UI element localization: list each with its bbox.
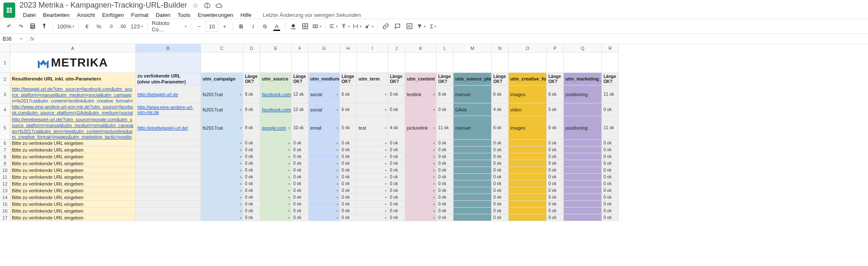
cell-A3[interactable]: http://beispiel-url.de?utm_source=facebo… — [10, 86, 136, 103]
cell-E15[interactable] — [260, 201, 292, 208]
cell-P11[interactable]: 0 ok — [547, 174, 564, 180]
cell-H4[interactable]: 6 ok — [340, 103, 357, 116]
cell-M11[interactable] — [453, 174, 492, 180]
zoom-select[interactable]: 100% — [56, 21, 76, 32]
cell-D10[interactable]: 0 ok — [243, 167, 260, 174]
cell-R8[interactable]: 0 ok — [602, 153, 619, 160]
cell-A9[interactable]: Bitte zu verlinkende URL eingeben — [10, 160, 136, 167]
cell-H11[interactable]: 0 ok — [340, 174, 357, 180]
cell-O11[interactable] — [509, 174, 547, 180]
print-button[interactable] — [27, 21, 38, 32]
cell[interactable] — [547, 53, 564, 73]
row-header[interactable]: 2 — [0, 73, 10, 86]
cell-C7[interactable] — [201, 147, 243, 153]
col-header[interactable]: B — [136, 44, 201, 53]
cell-M4[interactable]: GAds — [453, 103, 492, 116]
col-header[interactable]: M — [453, 44, 492, 53]
menu-erweiterungen[interactable]: Erweiterungen — [194, 11, 236, 19]
cell-E11[interactable] — [260, 174, 292, 180]
cell-F5[interactable]: 10 ok — [292, 116, 309, 140]
row-header[interactable]: 10 — [0, 167, 10, 174]
move-icon[interactable] — [203, 2, 211, 9]
cell-R9[interactable]: 0 ok — [602, 160, 619, 167]
cell-P9[interactable]: 0 ok — [547, 160, 564, 167]
cell-J13[interactable]: 0 ok — [388, 187, 405, 194]
col-header[interactable]: Q — [564, 44, 602, 53]
cell-H15[interactable]: 0 ok — [340, 201, 357, 208]
cell-D16[interactable]: 0 ok — [243, 208, 260, 214]
cell-O17[interactable] — [509, 214, 547, 221]
cell-H10[interactable]: 0 ok — [340, 167, 357, 174]
cell-M3[interactable]: manuel — [453, 86, 492, 103]
cell-L10[interactable]: 0 ok — [437, 167, 453, 174]
menu-bearbeiten[interactable]: Bearbeiten — [39, 11, 73, 19]
row-header[interactable]: 3 — [0, 86, 10, 103]
cell-G17[interactable] — [309, 214, 340, 221]
cell-E5[interactable]: google.com — [260, 116, 292, 140]
cell-K7[interactable] — [405, 147, 437, 153]
redo-button[interactable]: ↷ — [15, 21, 26, 32]
cell-E3[interactable]: facebook.com — [260, 86, 292, 103]
cell-N8[interactable]: 0 ok — [492, 153, 509, 160]
cell-L13[interactable]: 0 ok — [437, 187, 453, 194]
cell-D15[interactable]: 0 ok — [243, 201, 260, 208]
col-header[interactable]: A — [10, 44, 136, 53]
cell[interactable] — [405, 53, 437, 73]
cell-J7[interactable]: 0 ok — [388, 147, 405, 153]
cell-D11[interactable]: 0 ok — [243, 174, 260, 180]
menu-tools[interactable]: Tools — [174, 11, 194, 19]
cell-K15[interactable] — [405, 201, 437, 208]
cell-A13[interactable]: Bitte zu verlinkende URL eingeben — [10, 187, 136, 194]
cell-B16[interactable] — [136, 208, 201, 214]
bold-button[interactable]: B — [236, 21, 247, 32]
cell-P4[interactable]: 5 ok — [547, 103, 564, 116]
cell[interactable] — [388, 53, 405, 73]
cell-F6[interactable]: 0 ok — [292, 140, 309, 147]
row-header[interactable]: 16 — [0, 208, 10, 214]
cell-N10[interactable]: 0 ok — [492, 167, 509, 174]
cell-G3[interactable]: social — [309, 86, 340, 103]
cell-G12[interactable] — [309, 180, 340, 187]
cell-P6[interactable]: 0 ok — [547, 140, 564, 147]
cell-D6[interactable]: 0 ok — [243, 140, 260, 147]
cell-N12[interactable]: 0 ok — [492, 180, 509, 187]
menu-daten[interactable]: Daten — [152, 11, 174, 19]
cell-O15[interactable] — [509, 201, 547, 208]
cell-B8[interactable] — [136, 153, 201, 160]
cell-H13[interactable]: 0 ok — [340, 187, 357, 194]
cell-F10[interactable]: 0 ok — [292, 167, 309, 174]
cell-Q16[interactable] — [564, 208, 602, 214]
cell-I9[interactable] — [357, 160, 388, 167]
cell[interactable] — [357, 53, 388, 73]
filter-button[interactable] — [416, 21, 427, 32]
cell[interactable] — [509, 53, 547, 73]
cell-C3[interactable]: fs2017cat — [201, 86, 243, 103]
row-header[interactable]: 17 — [0, 214, 10, 221]
cell-R10[interactable]: 0 ok — [602, 167, 619, 174]
cell-M17[interactable] — [453, 214, 492, 221]
cell-G13[interactable] — [309, 187, 340, 194]
cell-Q4[interactable] — [564, 103, 602, 116]
rotate-button[interactable]: A — [364, 21, 375, 32]
cell-B9[interactable] — [136, 160, 201, 167]
cell-K3[interactable]: textlink — [405, 86, 437, 103]
cell-A6[interactable]: Bitte zu verlinkende URL eingeben — [10, 140, 136, 147]
cell-A8[interactable]: Bitte zu verlinkende URL eingeben — [10, 153, 136, 160]
spreadsheet-grid[interactable]: 1234567891011121314151617 ABCDEFGHIJKLMN… — [0, 44, 868, 221]
undo-button[interactable]: ↶ — [3, 21, 14, 32]
cell-N17[interactable]: 0 ok — [492, 214, 509, 221]
cell-E10[interactable] — [260, 167, 292, 174]
cell-L15[interactable]: 0 ok — [437, 201, 453, 208]
cell-M6[interactable] — [453, 140, 492, 147]
cell[interactable] — [309, 53, 340, 73]
cell-Q14[interactable] — [564, 194, 602, 201]
cell-Q15[interactable] — [564, 201, 602, 208]
cell-M10[interactable] — [453, 167, 492, 174]
cell-A11[interactable]: Bitte zu verlinkende URL eingeben — [10, 174, 136, 180]
cell-C14[interactable] — [201, 194, 243, 201]
cell-H14[interactable]: 0 ok — [340, 194, 357, 201]
cell-N14[interactable]: 0 ok — [492, 194, 509, 201]
cell-Q8[interactable] — [564, 153, 602, 160]
cell-L4[interactable]: 0 ok — [437, 103, 453, 116]
cell-F13[interactable]: 0 ok — [292, 187, 309, 194]
